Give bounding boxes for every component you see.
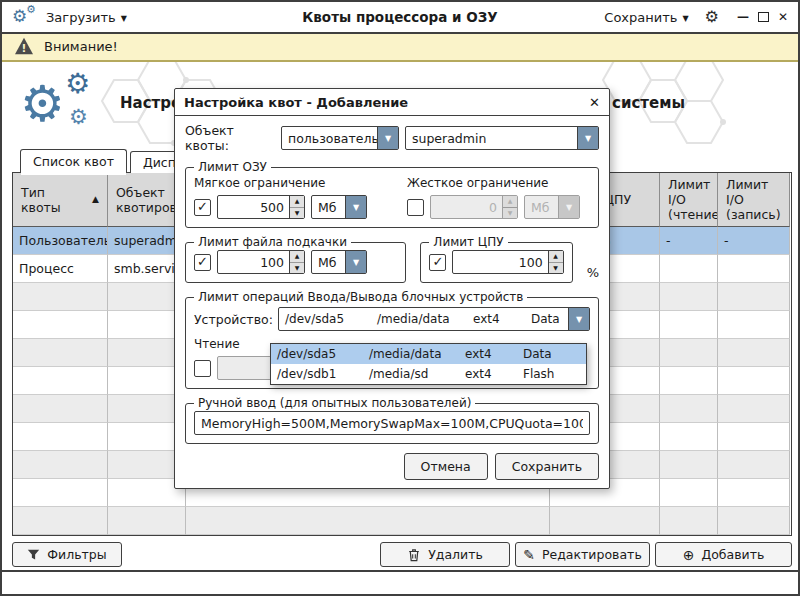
spinner-value[interactable]: 100 — [453, 251, 547, 273]
warning-icon: ! — [14, 37, 34, 55]
dialog-titlebar: Настройка квот - Добавление ✕ — [175, 89, 609, 116]
dropdown-arrow-icon: ▼ — [377, 127, 398, 149]
add-button[interactable]: ⊕ Добавить — [655, 542, 792, 567]
soft-limit-unit-select[interactable]: Мб ▼ — [311, 195, 367, 219]
quota-target-select[interactable]: superadmin ▼ — [405, 126, 599, 150]
load-menu-button[interactable]: Загрузить ▼ — [46, 10, 127, 25]
dropdown-arrow-icon: ▼ — [345, 196, 366, 218]
check-icon: ✓ — [432, 255, 443, 268]
swap-limit-checkbox[interactable]: ✓ — [194, 254, 211, 271]
spin-up-icon[interactable]: ▲ — [549, 251, 563, 263]
settings-gear-icon[interactable]: ⚙ — [705, 9, 719, 25]
ram-limit-group: Лимит ОЗУ Мягкое ограничение ✓ 500 ▲ ▼ — [185, 160, 599, 228]
spin-up-icon[interactable]: ▲ — [290, 251, 304, 263]
funnel-icon — [27, 548, 40, 561]
device-path: /dev/sda5 — [277, 347, 369, 361]
io-limit-legend: Лимит операций Ввода/Вывода блочных устр… — [194, 290, 527, 304]
column-header-io-read[interactable]: Лимит I/O (чтение) — [660, 173, 718, 227]
tab-quota-list[interactable]: Список квот — [20, 149, 127, 173]
dropdown-arrow-icon: ▼ — [568, 308, 589, 330]
dropdown-arrow-icon: ▼ — [558, 196, 579, 218]
delete-button-label: Удалить — [428, 547, 483, 562]
cpu-limit-checkbox[interactable]: ✓ — [429, 254, 446, 271]
spin-up-icon: ▲ — [503, 196, 517, 208]
spin-down-icon[interactable]: ▼ — [290, 208, 304, 219]
chevron-down-icon: ▼ — [121, 14, 127, 23]
close-icon[interactable]: ✕ — [778, 10, 788, 24]
device-fs: ext4 — [465, 347, 523, 361]
select-value: Мб — [312, 196, 345, 218]
cpu-limit-spinner[interactable]: 100 ▲ ▼ — [452, 250, 563, 274]
spinner-value: 0 — [431, 196, 502, 218]
maximize-icon[interactable] — [758, 12, 769, 22]
quota-type-select[interactable]: пользователь ▼ — [281, 126, 399, 150]
gear-icon: ⚙ — [12, 8, 27, 25]
spinner-buttons: ▲ ▼ — [548, 251, 563, 273]
cell-quota-type: Пользователь — [13, 227, 108, 255]
swap-limit-spinner[interactable]: 100 ▲ ▼ — [217, 250, 305, 274]
device-dropdown-list: /dev/sda5 /media/data ext4 Data /dev/sdb… — [270, 343, 587, 385]
svg-text:!: ! — [22, 42, 27, 55]
manual-input-field[interactable] — [194, 411, 590, 435]
chevron-down-icon: ▼ — [682, 14, 688, 23]
spinner-value[interactable]: 100 — [218, 251, 289, 273]
edit-button[interactable]: ✎ Редактировать — [515, 542, 650, 567]
load-menu-label: Загрузить — [46, 10, 116, 25]
app-window: ⚙ ⚙ Загрузить ▼ Квоты процессора и ОЗУ С… — [0, 0, 800, 596]
dropdown-arrow-icon: ▼ — [345, 251, 366, 273]
column-header-label: Лимит I/O (запись) — [726, 177, 781, 222]
swap-limit-unit-select[interactable]: Мб ▼ — [311, 250, 367, 274]
cpu-percent-label: % — [587, 265, 599, 280]
dialog-close-icon[interactable]: ✕ — [589, 95, 600, 110]
save-button-label: Сохранить — [512, 459, 582, 474]
column-header-label: Тип квоты — [21, 185, 86, 215]
plus-circle-icon: ⊕ — [683, 548, 695, 562]
manual-input-group: Ручной ввод (для опытных пользователей) — [185, 396, 599, 444]
save-menu-label: Сохранить — [604, 10, 677, 25]
filters-button[interactable]: Фильтры — [12, 542, 122, 567]
device-select-value: /dev/sda5 /media/data ext4 Data — [279, 308, 568, 330]
quota-object-label: Объект квоты: — [185, 123, 281, 153]
save-button[interactable]: Сохранить — [495, 453, 599, 480]
spinner-buttons: ▲ ▼ — [502, 196, 517, 218]
device-name: Flash — [523, 367, 580, 381]
titlebar: ⚙ ⚙ Загрузить ▼ Квоты процессора и ОЗУ С… — [2, 2, 798, 34]
column-header-io-write[interactable]: Лимит I/O (запись) — [718, 173, 790, 227]
quota-dialog: Настройка квот - Добавление ✕ Объект кво… — [174, 88, 610, 489]
status-bar — [2, 570, 798, 594]
device-path: /dev/sda5 — [285, 312, 377, 326]
soft-limit-spinner[interactable]: 500 ▲ ▼ — [217, 195, 305, 219]
spin-down-icon[interactable]: ▼ — [290, 263, 304, 274]
spinner-buttons: ▲ ▼ — [289, 196, 304, 218]
spinner-buttons: ▲ ▼ — [289, 251, 304, 273]
soft-limit-checkbox[interactable]: ✓ — [194, 199, 211, 216]
pencil-icon: ✎ — [523, 548, 535, 562]
column-header-type[interactable]: Тип квоты ▲ — [13, 173, 108, 227]
hard-limit-checkbox[interactable] — [407, 199, 424, 216]
app-gears-icon: ⚙ ⚙ — [12, 7, 38, 27]
minimize-icon[interactable]: — — [737, 10, 749, 24]
device-select[interactable]: /dev/sda5 /media/data ext4 Data ▼ — [278, 307, 590, 331]
device-option[interactable]: /dev/sdb1 /media/sd ext4 Flash — [271, 364, 586, 384]
device-name: Data — [523, 347, 580, 361]
cell-quota-type: Процесс — [13, 255, 108, 283]
io-read-checkbox[interactable] — [194, 360, 211, 377]
swap-limit-group: Лимит файла подкачки ✓ 100 ▲ ▼ Мб — [185, 235, 406, 283]
delete-button[interactable]: Удалить — [380, 542, 510, 567]
app-logo-gears: ⚙ ⚙ ⚙ — [18, 72, 106, 142]
spin-up-icon[interactable]: ▲ — [290, 196, 304, 208]
hard-limit-unit-select: Мб ▼ — [524, 195, 580, 219]
add-button-label: Добавить — [701, 547, 764, 562]
warning-banner: ! Внимание! — [2, 32, 798, 62]
cancel-button[interactable]: Отмена — [404, 453, 488, 480]
sort-asc-icon: ▲ — [92, 194, 99, 205]
spinner-value[interactable]: 500 — [218, 196, 289, 218]
save-menu-button[interactable]: Сохранить ▼ — [604, 10, 688, 25]
cell-io-read — [660, 255, 718, 283]
filters-button-label: Фильтры — [47, 547, 106, 562]
manual-input-legend: Ручной ввод (для опытных пользователей) — [194, 396, 475, 410]
spin-down-icon[interactable]: ▼ — [549, 263, 563, 274]
device-option[interactable]: /dev/sda5 /media/data ext4 Data — [271, 344, 586, 364]
titlebar-left: ⚙ ⚙ Загрузить ▼ — [12, 7, 127, 27]
select-value: superadmin — [406, 127, 577, 149]
